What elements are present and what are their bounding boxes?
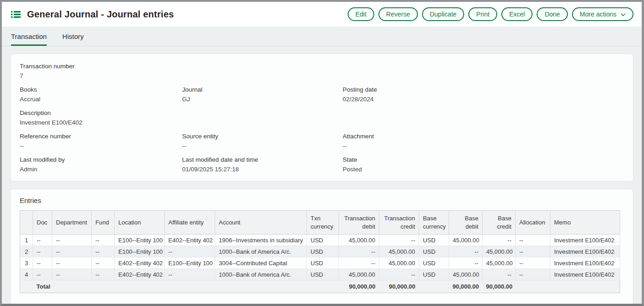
field-description: Description Investment E100/E402 [20,109,182,126]
cell-fund: -- [92,269,115,280]
cell-transaction-credit: -- [379,269,419,280]
col-header-transaction-debit: Transaction debit [339,211,379,235]
cell-location: E100--Entity 100 [115,246,165,257]
field-last-modified-by: Last modified by Admin [20,156,182,173]
cell-num: 1 [20,235,33,246]
cell-transaction-credit: 45,000.00 [379,257,419,269]
entries-panel: Entries Doc Department Fund Location Aff… [10,189,633,306]
cell-department: -- [52,269,92,280]
reference-number-value: -- [20,142,182,149]
cell-allocation: -- [516,257,550,269]
table-row: 1 -- -- -- E100--Entity 100 E402--Entity… [20,235,620,246]
field-attachment: Attachment -- [343,133,624,149]
table-row: 4 -- -- -- E402--Entity 402 -- 1000--Ban… [20,269,620,280]
cell-doc: -- [33,246,52,257]
cell-department: -- [52,257,92,269]
cell-account: 3004--Contributed Capital [215,257,307,269]
total-transaction-debit: 90,000.00 [339,280,379,293]
cell-base-debit: 45,000.00 [449,269,483,280]
total-transaction-credit: 90,000.00 [379,280,419,293]
last-modified-by-value: Admin [20,166,182,173]
source-entity-value: -- [182,142,343,149]
source-entity-label: Source entity [182,133,343,140]
reverse-button[interactable]: Reverse [378,7,418,21]
cell-transaction-debit: 45,000.00 [339,269,379,280]
cell-base-currency: USD [419,246,449,257]
col-header-txn-currency: Txn currency [307,211,339,235]
description-value: Investment E100/E402 [20,119,182,126]
excel-button[interactable]: Excel [501,7,533,21]
done-button[interactable]: Done [537,7,567,21]
field-source-entity: Source entity -- [182,133,343,149]
cell-txn-currency: USD [307,269,339,280]
duplicate-button[interactable]: Duplicate [422,7,464,21]
header-actions: Edit Reverse Duplicate Print Excel Done … [348,7,633,21]
field-journal: Journal GJ [182,86,343,103]
col-header-fund: Fund [92,211,115,235]
cell-memo: Investment E100/E402 [550,257,620,269]
posting-date-value: 02/28/2024 [343,96,624,103]
col-header-allocation: Allocation [516,211,550,235]
cell-account: 1000--Bank of America A/c. [215,246,307,257]
table-header-row: Doc Department Fund Location Affiliate e… [20,211,620,235]
cell-affiliate-entity: E402--Entity 402 [165,235,215,246]
journal-value: GJ [182,96,343,103]
cell-transaction-credit: -- [379,235,419,246]
tab-history[interactable]: History [62,33,84,46]
more-actions-label: More actions [580,11,616,18]
print-button[interactable]: Print [468,7,497,21]
transaction-number-label: Transaction number [20,63,182,70]
journal-label: Journal [182,86,343,93]
cell-location: E402--Entity 402 [115,269,165,280]
field-transaction-number: Transaction number 7 [20,63,182,79]
cell-base-credit: 45,000.00 [483,246,516,257]
cell-memo: Investment E100/E402 [550,269,620,280]
cell-affiliate-entity: -- [165,269,215,280]
cell-doc: -- [33,269,52,280]
col-header-transaction-credit: Transaction credit [379,211,419,235]
more-actions-button[interactable]: More actions [572,7,633,21]
field-reference-number: Reference number -- [20,133,182,149]
field-state: State Posted [343,156,624,173]
cell-department: -- [52,235,92,246]
cell-base-debit: -- [449,257,483,269]
cell-doc: -- [33,257,52,269]
col-header-location: Location [115,211,165,235]
cell-account: 1906--Investments in subsidiary [215,235,307,246]
total-label: Total [33,280,307,293]
state-label: State [343,156,624,163]
cell-base-credit: 45,000.00 [483,257,516,269]
cell-num: 3 [20,257,33,269]
entries-title: Entries [20,197,624,204]
col-header-department: Department [52,211,92,235]
last-modified-datetime-label: Last modified date and time [182,156,343,163]
tab-transaction[interactable]: Transaction [11,33,47,46]
field-last-modified-datetime: Last modified date and time 01/09/2025 1… [182,156,343,173]
field-posting-date: Posting date 02/28/2024 [343,86,624,103]
description-label: Description [20,109,182,116]
cell-base-currency: USD [419,235,449,246]
cell-transaction-debit: -- [339,246,379,257]
state-value: Posted [343,166,624,173]
tab-bar: Transaction History [2,27,642,46]
books-value: Accrual [20,96,182,103]
cell-memo: Investment E100/E402 [550,246,620,257]
transaction-number-value: 7 [20,72,182,79]
field-books: Books Accrual [20,86,182,103]
cell-num: 2 [20,246,33,257]
cell-base-currency: USD [419,269,449,280]
main-content: Transaction number 7 Books Accrual Journ… [2,46,642,306]
cell-base-credit: -- [483,235,516,246]
col-header-base-debit: Base debit [449,211,483,235]
cell-allocation: -- [516,269,550,280]
edit-button[interactable]: Edit [348,7,374,21]
total-base-debit: 90,000.00 [449,280,483,293]
cell-allocation: -- [516,235,550,246]
reference-number-label: Reference number [20,133,182,140]
cell-department: -- [52,246,92,257]
posting-date-label: Posting date [343,86,624,93]
cell-location: E402--Entity 402 [115,257,165,269]
app-header: General Journal - Journal entries Edit R… [2,2,642,27]
chevron-down-icon [621,11,626,18]
cell-base-credit: -- [483,269,516,280]
